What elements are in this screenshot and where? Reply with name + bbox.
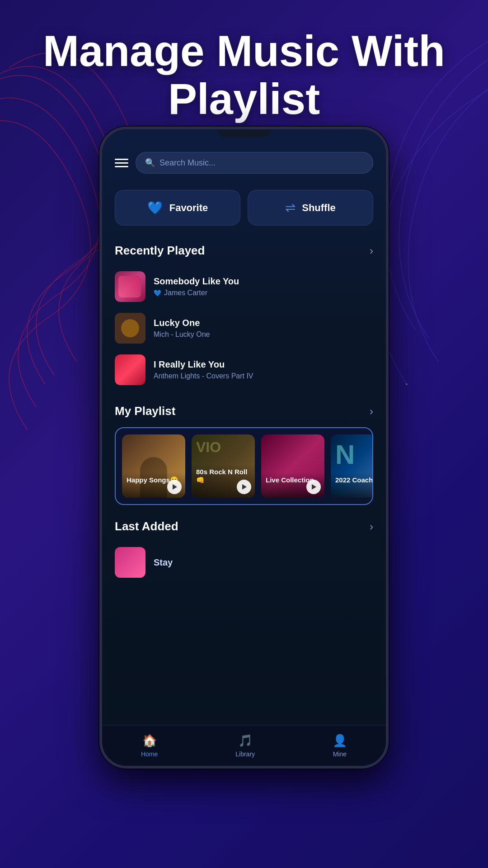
- heart-icon: 💙: [147, 200, 163, 215]
- favorite-label: Favorite: [169, 202, 208, 214]
- my-playlist-section: My Playlist ›: [115, 404, 373, 418]
- phone-frame: 🔍 Search Music... 💙 Favorite ⇌ Shuffle R…: [99, 127, 389, 769]
- search-icon: 🔍: [145, 158, 155, 168]
- playlist-card-label: 2022 Coachella: [331, 472, 373, 498]
- profile-icon: 👤: [333, 734, 347, 748]
- action-buttons: 💙 Favorite ⇌ Shuffle: [115, 190, 373, 226]
- last-added-arrow[interactable]: ›: [370, 520, 373, 533]
- my-playlist-header: My Playlist ›: [115, 404, 373, 418]
- playlist-play-button[interactable]: [237, 480, 251, 494]
- library-icon: 🎵: [238, 734, 253, 748]
- last-added-thumbnail: [115, 547, 145, 578]
- phone-screen: 🔍 Search Music... 💙 Favorite ⇌ Shuffle R…: [102, 129, 386, 766]
- track-thumbnail: [115, 271, 145, 302]
- track-thumbnail: [115, 354, 145, 385]
- last-added-header: Last Added ›: [115, 519, 373, 533]
- nav-home[interactable]: 🏠 Home: [141, 734, 158, 758]
- bottom-navigation: 🏠 Home 🎵 Library 👤 Mine: [102, 725, 386, 766]
- nav-library-label: Library: [235, 750, 255, 758]
- phone-notch: [217, 129, 271, 137]
- play-icon: [242, 484, 247, 490]
- recently-played-title: Recently Played: [115, 244, 205, 258]
- playlist-card[interactable]: 80s Rock N Roll👊: [192, 434, 255, 498]
- track-item[interactable]: I Really Like You Anthem Lights - Covers…: [115, 350, 373, 390]
- search-bar[interactable]: 🔍 Search Music...: [136, 152, 373, 174]
- track-artist: Anthem Lights - Covers Part IV: [154, 372, 373, 380]
- track-info: Lucky One Mich - Lucky One: [154, 318, 373, 339]
- hero-title: Manage Music With Playlist: [18, 27, 470, 123]
- playlist-card[interactable]: Live Collection: [261, 434, 324, 498]
- my-playlist-title: My Playlist: [115, 404, 175, 418]
- hero-section: Manage Music With Playlist: [0, 27, 488, 123]
- track-info: I Really Like You Anthem Lights - Covers…: [154, 359, 373, 380]
- play-icon: [173, 484, 177, 490]
- recently-played-header: Recently Played ›: [115, 244, 373, 258]
- my-playlist-arrow[interactable]: ›: [370, 405, 373, 418]
- playlist-card[interactable]: 2022 Coachella: [331, 434, 373, 498]
- last-added-track[interactable]: Stay: [115, 542, 373, 582]
- playlist-play-button[interactable]: [167, 480, 182, 494]
- playlist-play-button[interactable]: [306, 480, 321, 494]
- track-artist: Mich - Lucky One: [154, 330, 373, 339]
- playlist-scroll[interactable]: Happy Songs😊 80s Rock N Roll👊: [115, 427, 373, 505]
- app-header: 🔍 Search Music...: [115, 152, 373, 174]
- nav-library[interactable]: 🎵 Library: [235, 734, 255, 758]
- track-name: Somebody Like You: [154, 276, 373, 287]
- track-name: I Really Like You: [154, 359, 373, 370]
- menu-button[interactable]: [115, 159, 128, 167]
- nav-home-label: Home: [141, 750, 158, 758]
- svg-point-3: [406, 383, 408, 385]
- home-icon: 🏠: [142, 734, 157, 748]
- recently-played-list: Somebody Like You 💙 James Carter Lucky O…: [115, 267, 373, 390]
- favorite-button[interactable]: 💙 Favorite: [115, 190, 240, 226]
- track-info: Somebody Like You 💙 James Carter: [154, 276, 373, 297]
- track-info: Stay: [154, 557, 373, 568]
- shuffle-icon: ⇌: [285, 200, 296, 215]
- playlist-card-name: 2022 Coachella: [335, 476, 373, 484]
- last-added-title: Last Added: [115, 519, 178, 533]
- track-name: Stay: [154, 557, 373, 568]
- track-item[interactable]: Lucky One Mich - Lucky One: [115, 308, 373, 348]
- play-icon: [312, 484, 316, 490]
- nav-mine-label: Mine: [333, 750, 347, 758]
- last-added-section: Last Added › Stay: [115, 519, 373, 582]
- track-artist: 💙 James Carter: [154, 289, 373, 297]
- track-item[interactable]: Somebody Like You 💙 James Carter: [115, 267, 373, 307]
- shuffle-label: Shuffle: [302, 202, 336, 214]
- track-thumbnail: [115, 313, 145, 344]
- recently-played-arrow[interactable]: ›: [370, 245, 373, 257]
- nav-mine[interactable]: 👤 Mine: [333, 734, 347, 758]
- search-placeholder: Search Music...: [160, 158, 216, 168]
- playlist-card[interactable]: Happy Songs😊: [122, 434, 185, 498]
- shuffle-button[interactable]: ⇌ Shuffle: [248, 190, 373, 226]
- track-heart-icon: 💙: [154, 289, 161, 297]
- track-name: Lucky One: [154, 318, 373, 328]
